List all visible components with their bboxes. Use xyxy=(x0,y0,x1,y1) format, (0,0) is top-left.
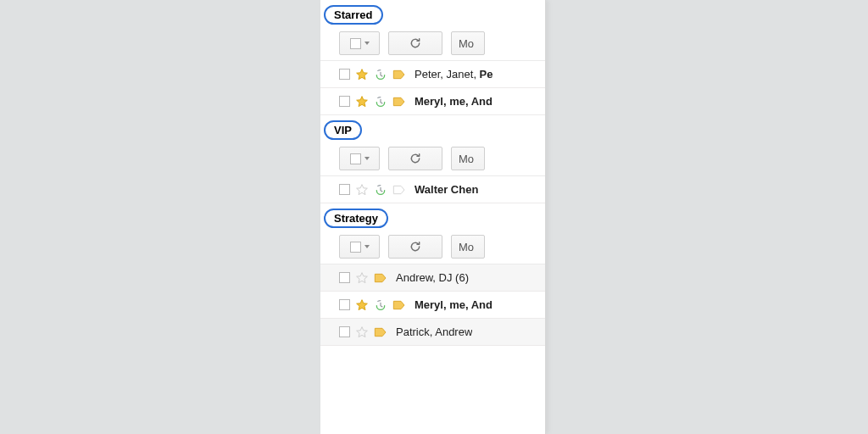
label-icon[interactable] xyxy=(392,95,406,108)
star-icon[interactable] xyxy=(355,326,369,339)
mail-rows: Walter Chen xyxy=(320,175,545,203)
mail-panel: Starred Mo Peter, Janet, Pe Meryl, me, A… xyxy=(320,0,546,434)
snooze-clock-icon[interactable] xyxy=(374,95,387,108)
row-checkbox[interactable] xyxy=(339,184,350,195)
label-icon[interactable] xyxy=(392,68,406,81)
caret-down-icon xyxy=(364,245,370,248)
mail-senders: Walter Chen xyxy=(415,183,478,196)
star-icon[interactable] xyxy=(355,68,369,81)
row-checkbox[interactable] xyxy=(339,96,350,107)
more-button[interactable]: Mo xyxy=(451,235,485,259)
checkbox-icon xyxy=(350,153,361,164)
mail-row[interactable]: Andrew, DJ (6) xyxy=(320,264,545,292)
mail-senders: Meryl, me, And xyxy=(415,298,492,311)
snooze-clock-icon[interactable] xyxy=(374,68,387,81)
section-title[interactable]: Starred xyxy=(324,5,383,25)
more-button-label: Mo xyxy=(459,37,474,50)
refresh-icon xyxy=(409,240,422,253)
mail-rows: Peter, Janet, Pe Meryl, me, And xyxy=(320,60,545,115)
label-icon[interactable] xyxy=(374,271,387,285)
mail-section: Strategy Mo Andrew, DJ (6) Meryl, me, An… xyxy=(320,209,545,346)
mail-row[interactable]: Patrick, Andrew xyxy=(320,319,545,346)
checkbox-icon xyxy=(350,38,361,49)
select-all-button[interactable] xyxy=(339,147,380,170)
refresh-button[interactable] xyxy=(388,235,442,259)
label-icon[interactable] xyxy=(374,326,387,339)
section-toolbar: Mo xyxy=(339,235,545,259)
snooze-clock-icon[interactable] xyxy=(374,298,387,312)
caret-down-icon xyxy=(364,42,370,45)
select-all-button[interactable] xyxy=(339,31,380,55)
star-icon[interactable] xyxy=(355,183,369,197)
mail-senders: Andrew, DJ (6) xyxy=(396,271,469,284)
label-icon[interactable] xyxy=(392,183,406,197)
row-checkbox[interactable] xyxy=(339,69,350,80)
refresh-icon xyxy=(409,36,422,50)
row-checkbox[interactable] xyxy=(339,326,350,337)
refresh-icon xyxy=(409,152,422,165)
checkbox-icon xyxy=(350,242,361,253)
mail-senders: Peter, Janet, Pe xyxy=(415,68,493,81)
mail-section: Starred Mo Peter, Janet, Pe Meryl, me, A… xyxy=(320,5,545,115)
more-button-label: Mo xyxy=(459,153,474,165)
row-checkbox[interactable] xyxy=(339,272,350,283)
section-toolbar: Mo xyxy=(339,31,545,55)
star-icon[interactable] xyxy=(355,95,369,108)
snooze-clock-icon[interactable] xyxy=(374,183,387,197)
refresh-button[interactable] xyxy=(388,31,442,55)
mail-row[interactable]: Walter Chen xyxy=(320,176,545,203)
star-icon[interactable] xyxy=(355,271,369,285)
section-title[interactable]: VIP xyxy=(324,120,362,140)
star-icon[interactable] xyxy=(355,298,369,312)
mail-rows: Andrew, DJ (6) Meryl, me, And Patrick, A… xyxy=(320,264,545,346)
label-icon[interactable] xyxy=(392,298,406,312)
mail-senders: Meryl, me, And xyxy=(415,95,492,108)
select-all-button[interactable] xyxy=(339,235,380,259)
mail-row[interactable]: Peter, Janet, Pe xyxy=(320,61,545,88)
caret-down-icon xyxy=(364,157,370,160)
mail-row[interactable]: Meryl, me, And xyxy=(320,88,545,115)
mail-senders: Patrick, Andrew xyxy=(396,326,472,338)
refresh-button[interactable] xyxy=(388,147,442,170)
mail-row[interactable]: Meryl, me, And xyxy=(320,292,545,319)
more-button[interactable]: Mo xyxy=(451,31,485,55)
section-title[interactable]: Strategy xyxy=(324,209,388,228)
row-checkbox[interactable] xyxy=(339,299,350,310)
more-button-label: Mo xyxy=(459,241,474,253)
more-button[interactable]: Mo xyxy=(451,147,485,170)
section-toolbar: Mo xyxy=(339,147,545,170)
mail-section: VIP Mo Walter Chen xyxy=(320,120,545,203)
